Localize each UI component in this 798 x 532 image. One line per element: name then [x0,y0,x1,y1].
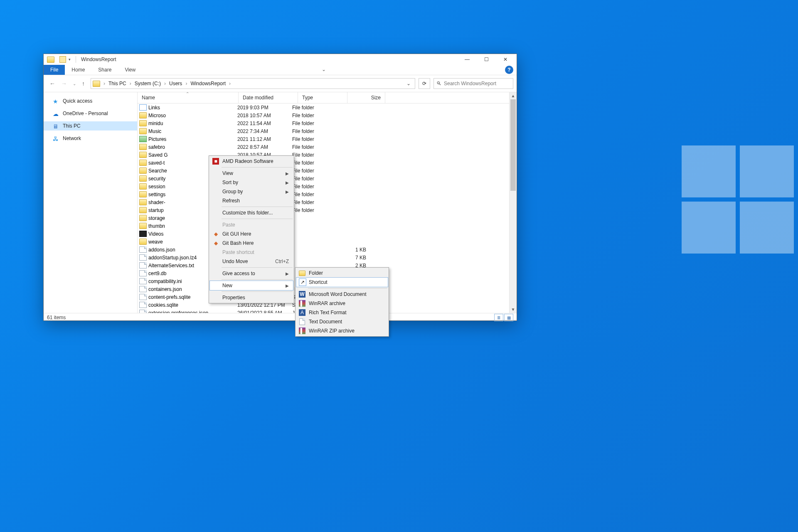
nav-item-onedrive-personal[interactable]: ☁OneDrive - Personal [44,109,137,118]
close-button[interactable]: ✕ [496,54,515,65]
tab-share[interactable]: Share [91,65,118,75]
file-name: content-prefs.sqlite [148,294,190,300]
menu-item-git-gui-here[interactable]: ◆Git GUI Here [210,229,293,239]
search-input[interactable]: 🔍︎ Search WindowsReport [433,78,513,89]
scroll-thumb[interactable] [510,99,516,191]
file-row[interactable]: weave26/01 [138,238,517,246]
file-row[interactable]: saved-t2022 8:57 AMFile folder [138,159,517,167]
breadcrumb-item[interactable]: WindowsReport [189,81,227,86]
menu-item-sort-by[interactable]: Sort by▶ [210,178,293,187]
qat-dropdown-icon[interactable]: ▾ [69,57,71,62]
help-button[interactable]: ? [505,66,513,74]
file-row[interactable]: storage [138,214,517,222]
recent-dropdown-icon[interactable]: ⌄ [73,81,76,86]
column-date[interactable]: Date modified [239,92,298,103]
menu-item-refresh[interactable]: Refresh [210,196,293,205]
breadcrumb-item[interactable]: Users [167,81,184,86]
menu-item-rich-text-format[interactable]: ARich Text Format [296,308,388,317]
ribbon-expand-icon[interactable]: ⌄ [318,65,329,75]
menu-item-winrar-archive[interactable]: ▌WinRAR archive [296,299,388,308]
pc-icon: 🖥 [53,123,59,129]
file-icon [139,254,147,261]
title-bar[interactable]: ▾ WindowsReport — ☐ ✕ [44,54,517,65]
file-row[interactable]: Links2019 9:03 PMFile folder [138,103,517,111]
tab-file[interactable]: File [44,65,65,75]
column-size[interactable]: Size [347,92,385,103]
menu-item-winrar-zip-archive[interactable]: ▌WinRAR ZIP archive [296,326,388,335]
file-icon [139,310,147,313]
scroll-down-icon[interactable]: ▼ [510,306,517,313]
folder-icon [139,223,147,229]
file-date: 2018 10:57 AM [237,113,292,118]
file-row[interactable]: security2022 11:54 AMFile folder [138,175,517,182]
file-row[interactable]: Microso2018 10:57 AMFile folder [138,111,517,119]
menu-item-customize-this-folder-[interactable]: Customize this folder... [210,208,293,217]
nav-item-quick-access[interactable]: ★Quick access [44,96,137,106]
file-row[interactable]: addons.json13/011 KB [138,246,517,254]
file-row[interactable]: settings2022 11:54 AMFile folder [138,190,517,198]
file-name: startup [148,207,164,213]
file-row[interactable]: safebro2022 8:57 AMFile folder [138,143,517,151]
menu-item-shortcut[interactable]: ↗Shortcut [296,277,388,287]
qat-item[interactable] [59,56,66,63]
details-view-button[interactable]: ≣ [494,314,503,321]
menu-item-undo-move[interactable]: Undo MoveCtrl+Z [210,257,293,266]
file-row[interactable]: Pictures2021 11:12 AMFile folder [138,135,517,143]
file-icon [139,302,147,308]
file-row[interactable]: Videos [138,230,517,238]
file-type: File folder [292,136,337,142]
menu-item-folder[interactable]: Folder [296,268,388,278]
file-type: File folder [292,176,337,182]
breadcrumb-item[interactable]: This PC [107,81,128,86]
menu-item-microsoft-word-document[interactable]: WMicrosoft Word Document [296,290,388,299]
nav-item-network[interactable]: 🖧Network [44,134,137,143]
menu-item-give-access-to[interactable]: Give access to▶ [210,269,293,278]
file-row[interactable]: shader-2022 8:55 AMFile folder [138,198,517,206]
file-row[interactable]: addonStartup.json.lz413/017 KB [138,254,517,261]
menu-item-new[interactable]: New▶ [209,281,293,291]
refresh-button[interactable]: ⟳ [419,78,430,89]
file-row[interactable]: Music2022 7:34 AMFile folder [138,127,517,135]
nav-item-this-pc[interactable]: 🖥This PC [44,121,137,131]
file-row[interactable]: session2022 8:57 AMFile folder [138,182,517,190]
file-name: storage [148,215,165,221]
maximize-button[interactable]: ☐ [477,54,496,65]
file-type: File folder [292,128,337,134]
tab-view[interactable]: View [118,65,142,75]
back-button[interactable]: ← [49,80,55,87]
menu-item-group-by[interactable]: Group by▶ [210,187,293,196]
file-date: 26/01/2022 8:55 AM [237,310,292,313]
folder-icon [139,128,147,134]
file-date: 2021 11:12 AM [237,136,292,142]
file-type: File folder [292,207,337,213]
rtf-icon: A [299,309,305,316]
scroll-up-icon[interactable]: ▲ [510,92,517,99]
icons-view-button[interactable]: ▦ [504,314,513,321]
column-type[interactable]: Type [298,92,347,103]
file-row[interactable]: startup2022 8:57 AMFile folder [138,206,517,214]
file-name: settings [148,192,165,197]
file-row[interactable]: thumbn [138,222,517,230]
breadcrumb-item[interactable]: System (C:) [133,81,163,86]
forward-button[interactable]: → [61,80,67,87]
menu-item-text-document[interactable]: Text Document [296,317,388,326]
menu-item-properties[interactable]: Properties [210,293,293,302]
minimize-button[interactable]: — [458,54,477,65]
tab-home[interactable]: Home [65,65,91,75]
menu-item-amd-radeon-software[interactable]: ■AMD Radeon Software [210,157,293,166]
address-bar[interactable]: › This PC› System (C:)› Users› WindowsRe… [91,78,415,89]
context-menu[interactable]: ■AMD Radeon SoftwareView▶Sort by▶Group b… [209,155,294,303]
file-row[interactable]: Saved G2018 10:57 AMFile folder [138,151,517,159]
file-row[interactable]: Searche2021 11:11 AMFile folder [138,167,517,175]
up-button[interactable]: ↑ [82,80,85,87]
menu-item-git-bash-here[interactable]: ◆Git Bash Here [210,239,293,248]
file-icon [139,262,147,268]
file-date: 2022 7:34 AM [237,128,292,134]
file-name: Searche [148,168,167,174]
new-submenu[interactable]: Folder↗ShortcutWMicrosoft Word Document▌… [295,267,389,337]
address-row: ← → ⌄ ↑ › This PC› System (C:)› Users› W… [44,75,517,92]
file-row[interactable]: minidu2022 11:54 AMFile folder [138,119,517,127]
scrollbar[interactable]: ▲ ▼ [509,92,517,313]
menu-item-view[interactable]: View▶ [210,169,293,178]
address-dropdown-icon[interactable]: ⌄ [404,81,413,86]
